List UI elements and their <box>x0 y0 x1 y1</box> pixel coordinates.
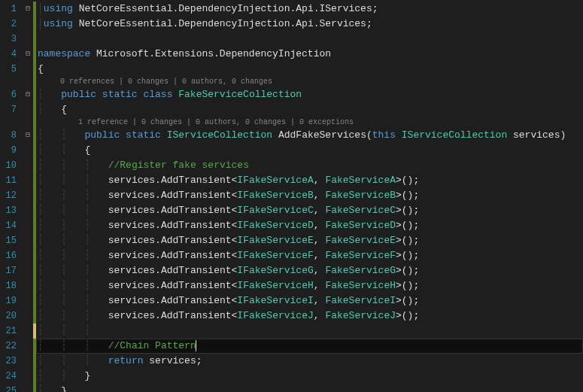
line-number: 21 <box>3 324 17 339</box>
fold-toggle <box>23 233 33 248</box>
code-line[interactable]: ┆ ┆ public static IServiceCollection Add… <box>36 128 583 143</box>
code-editor[interactable]: 1234567891011121314151617181920212223242… <box>0 0 583 392</box>
fold-toggle[interactable]: ⊟ <box>23 47 33 62</box>
fold-toggle <box>23 188 33 203</box>
code-line[interactable]: ┆ ┆ ┆ //Register fake services <box>36 158 583 173</box>
fold-toggle <box>23 278 33 293</box>
fold-toggle <box>23 158 33 173</box>
code-line[interactable]: namespace Microsoft.Extensions.Dependenc… <box>36 47 583 62</box>
line-number: 5 <box>3 62 17 77</box>
fold-toggle <box>23 369 33 384</box>
code-line[interactable]: ┆ ┆ ┆ services.AddTransient<IFakeService… <box>36 173 583 188</box>
line-number: 16 <box>3 248 17 263</box>
fold-toggle <box>23 263 33 278</box>
code-line[interactable]: ┆ ┆ ┆ <box>36 324 583 339</box>
line-number: 10 <box>3 158 17 173</box>
code-line[interactable]: { <box>36 62 583 77</box>
code-line[interactable]: ┆ ┆ ┆ services.AddTransient<IFakeService… <box>36 188 583 203</box>
fold-toggle[interactable]: ⊟ <box>23 2 33 17</box>
code-line[interactable]: │using NetCoreEssential.DependencyInject… <box>36 17 583 32</box>
fold-toggle <box>23 117 33 128</box>
code-line[interactable]: ┆ ┆ ┆ services.AddTransient<IFakeService… <box>36 308 583 324</box>
code-line[interactable]: │using NetCoreEssential.DependencyInject… <box>36 2 583 17</box>
fold-toggle <box>23 143 33 158</box>
line-number: 9 <box>3 143 17 158</box>
fold-toggle <box>23 102 33 117</box>
line-number: 13 <box>3 203 17 218</box>
line-number: 20 <box>3 308 17 324</box>
codelens[interactable]: 0 references | 0 changes | 0 authors, 0 … <box>36 77 583 87</box>
code-line-current[interactable]: ┆ ┆ ┆ //Chain Pattern <box>36 339 583 354</box>
code-line[interactable]: ┆ } <box>36 384 583 392</box>
code-line[interactable]: ┆ { <box>36 102 583 117</box>
fold-toggle <box>23 62 33 77</box>
line-number: 25 <box>3 384 17 392</box>
line-number: 11 <box>3 173 17 188</box>
code-line[interactable]: ┆ ┆ ┆ return services; <box>36 354 583 369</box>
fold-toggle[interactable]: ⊟ <box>23 87 33 102</box>
text-caret <box>196 340 196 351</box>
line-number-gutter: 1234567891011121314151617181920212223242… <box>0 0 23 392</box>
code-line[interactable]: ┆ public static class FakeServiceCollect… <box>36 87 583 102</box>
fold-toggle <box>23 308 33 324</box>
line-number: 24 <box>3 369 17 384</box>
fold-toggle <box>23 354 33 369</box>
fold-toggle <box>23 248 33 263</box>
fold-toggle <box>23 32 33 47</box>
code-line[interactable]: ┆ ┆ ┆ services.AddTransient<IFakeService… <box>36 233 583 248</box>
fold-toggle <box>23 339 33 354</box>
line-number: 18 <box>3 278 17 293</box>
fold-column[interactable]: ⊟⊟⊟⊟ <box>23 0 33 392</box>
code-line[interactable]: ┆ ┆ ┆ services.AddTransient<IFakeService… <box>36 218 583 233</box>
line-number: 17 <box>3 263 17 278</box>
line-number: 6 <box>3 87 17 102</box>
code-line[interactable]: ┆ ┆ ┆ services.AddTransient<IFakeService… <box>36 293 583 308</box>
code-line[interactable]: ┆ ┆ ┆ services.AddTransient<IFakeService… <box>36 248 583 263</box>
fold-toggle <box>23 293 33 308</box>
line-number: 8 <box>3 128 17 143</box>
line-number: 7 <box>3 102 17 117</box>
code-line[interactable] <box>36 32 583 47</box>
line-number <box>3 77 17 87</box>
code-line[interactable]: ┆ ┆ { <box>36 143 583 158</box>
line-number: 4 <box>3 47 17 62</box>
fold-toggle[interactable]: ⊟ <box>23 128 33 143</box>
code-line[interactable]: ┆ ┆ } <box>36 369 583 384</box>
fold-toggle <box>23 17 33 32</box>
line-number: 23 <box>3 354 17 369</box>
codelens[interactable]: 1 reference | 0 changes | 0 authors, 0 c… <box>36 117 583 128</box>
fold-toggle <box>23 324 33 339</box>
code-area[interactable]: │using NetCoreEssential.DependencyInject… <box>36 0 583 392</box>
fold-toggle <box>23 203 33 218</box>
code-line[interactable]: ┆ ┆ ┆ services.AddTransient<IFakeService… <box>36 203 583 218</box>
line-number <box>3 117 17 128</box>
line-number: 15 <box>3 233 17 248</box>
code-line[interactable]: ┆ ┆ ┆ services.AddTransient<IFakeService… <box>36 278 583 293</box>
line-number: 1 <box>3 2 17 17</box>
line-number: 22 <box>3 339 17 354</box>
code-line[interactable]: ┆ ┆ ┆ services.AddTransient<IFakeService… <box>36 263 583 278</box>
fold-toggle <box>23 384 33 392</box>
line-number: 19 <box>3 293 17 308</box>
line-number: 14 <box>3 218 17 233</box>
fold-toggle <box>23 218 33 233</box>
line-number: 2 <box>3 17 17 32</box>
line-number: 3 <box>3 32 17 47</box>
fold-toggle <box>23 77 33 87</box>
line-number: 12 <box>3 188 17 203</box>
fold-toggle <box>23 173 33 188</box>
